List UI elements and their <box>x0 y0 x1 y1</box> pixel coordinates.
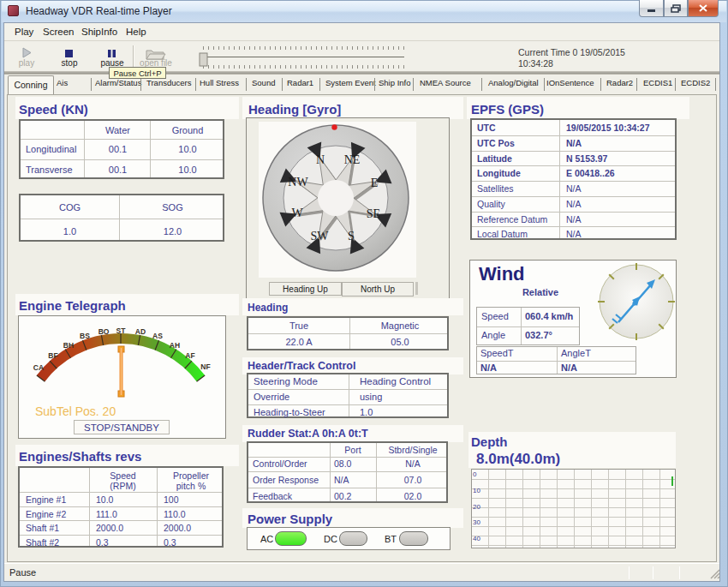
svg-text:NE: NE <box>344 153 361 166</box>
svg-text:0: 0 <box>473 470 477 478</box>
svg-text:AH: AH <box>170 341 180 350</box>
svg-text:BO: BO <box>98 327 110 336</box>
svg-text:AS: AS <box>152 332 163 340</box>
svg-text:NF: NF <box>200 362 210 371</box>
svg-text:BS: BS <box>80 332 90 340</box>
svg-text:N: N <box>316 153 325 166</box>
svg-text:S: S <box>348 230 355 243</box>
svg-text:BF: BF <box>48 351 57 360</box>
svg-text:ST: ST <box>116 326 127 335</box>
svg-text:NW: NW <box>288 176 308 189</box>
svg-text:10: 10 <box>473 487 480 494</box>
svg-text:30: 30 <box>473 518 480 526</box>
svg-text:E: E <box>371 177 379 189</box>
svg-text:AF: AF <box>185 351 194 360</box>
svg-text:BH: BH <box>63 341 74 350</box>
svg-text:20: 20 <box>473 503 480 511</box>
svg-text:CA: CA <box>33 363 44 372</box>
svg-text:AD: AD <box>135 327 146 336</box>
svg-text:SE: SE <box>367 207 380 220</box>
svg-text:SW: SW <box>311 230 330 243</box>
svg-text:W: W <box>291 207 303 219</box>
svg-text:40: 40 <box>473 535 480 542</box>
